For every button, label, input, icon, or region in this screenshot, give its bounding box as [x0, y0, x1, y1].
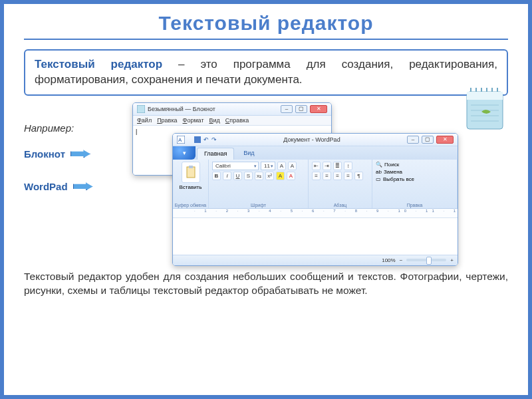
- close-button[interactable]: ✕: [310, 105, 327, 113]
- menu-help[interactable]: Справка: [225, 117, 249, 124]
- definition-box: Текстовый редактор – это программа для с…: [24, 49, 508, 96]
- grow-font-icon[interactable]: A: [277, 162, 286, 170]
- clipboard-icon: [186, 166, 196, 179]
- maximize-button[interactable]: ▢: [422, 136, 434, 144]
- highlight-icon[interactable]: A: [276, 172, 285, 180]
- menu-edit[interactable]: Правка: [157, 117, 177, 124]
- app-wordpad-label: WordPad: [24, 181, 120, 192]
- inc-indent-icon[interactable]: ⇥: [323, 162, 331, 170]
- footer-text: Текстовый редактор удобен для создания н…: [24, 270, 508, 298]
- bold-icon[interactable]: B: [212, 172, 221, 180]
- shrink-font-icon[interactable]: A: [288, 162, 297, 170]
- page-title: Текстовый редактор: [24, 12, 508, 40]
- find-label[interactable]: Поиск: [384, 162, 399, 168]
- svg-text:A: A: [178, 137, 182, 143]
- example-label: Например:: [24, 122, 120, 134]
- select-all-label[interactable]: Выбрать все: [383, 176, 414, 182]
- line-spacing-icon[interactable]: ↕: [344, 162, 352, 170]
- subscript-icon[interactable]: x₂: [255, 172, 263, 180]
- svg-rect-1: [467, 92, 503, 100]
- menu-view[interactable]: Вид: [209, 117, 220, 124]
- dec-indent-icon[interactable]: ⇤: [312, 162, 321, 170]
- arrow-icon: [70, 150, 90, 158]
- font-color-icon[interactable]: A: [287, 172, 295, 180]
- ribbon: Вставить Буфер обмена Calibri 11 A A B I: [173, 160, 458, 209]
- replace-label[interactable]: Замена: [384, 169, 402, 175]
- svg-rect-16: [187, 167, 195, 178]
- wordpad-app-icon: A: [177, 136, 185, 144]
- zoom-value: 100%: [382, 257, 395, 263]
- save-icon[interactable]: [194, 136, 201, 143]
- zoom-out-icon[interactable]: −: [400, 257, 403, 263]
- group-paragraph-label: Абзац: [309, 203, 372, 207]
- app-menu-button[interactable]: ▾: [173, 146, 196, 160]
- italic-icon[interactable]: I: [223, 172, 231, 180]
- font-size-combo[interactable]: 11: [261, 162, 275, 170]
- find-icon[interactable]: 🔍: [376, 162, 382, 168]
- align-right-icon[interactable]: ≡: [333, 172, 342, 180]
- undo-icon[interactable]: ↶: [203, 136, 209, 143]
- font-name-combo[interactable]: Calibri: [212, 162, 259, 170]
- minimize-button[interactable]: –: [407, 136, 419, 144]
- strike-icon[interactable]: S: [244, 172, 253, 180]
- superscript-icon[interactable]: x²: [265, 172, 274, 180]
- notepad-title: Безымянный — Блокнот: [148, 106, 215, 112]
- definition-term: Текстовый редактор: [35, 58, 162, 70]
- svg-rect-17: [189, 166, 193, 168]
- svg-rect-15: [194, 136, 201, 143]
- tab-view[interactable]: Вид: [237, 148, 261, 160]
- select-all-icon[interactable]: ▭: [376, 176, 381, 182]
- replace-icon[interactable]: ab: [376, 169, 382, 175]
- paste-label: Вставить: [180, 184, 202, 190]
- menu-file[interactable]: Файл: [137, 117, 152, 124]
- menu-format[interactable]: Формат: [183, 117, 204, 124]
- ruler: · 1 · 2 · 3 · 4 · 5 · 6 · 7 · 8 · 9 · 10…: [173, 209, 458, 218]
- wordpad-window: A ↶ ↷ Документ - WordPad – ▢ ✕ ▾ Главная…: [172, 133, 458, 266]
- align-left-icon[interactable]: ≡: [312, 172, 321, 180]
- underline-icon[interactable]: U: [233, 172, 242, 180]
- zoom-in-icon[interactable]: +: [450, 257, 454, 263]
- paste-button[interactable]: [182, 162, 200, 183]
- arrow-icon: [73, 182, 93, 190]
- redo-icon[interactable]: ↷: [211, 136, 217, 143]
- minimize-button[interactable]: –: [281, 105, 293, 113]
- notepad-menubar: Файл Правка Формат Вид Справка: [133, 116, 331, 126]
- screenshots-area: Безымянный — Блокнот – ▢ ✕ Файл Правка Ф…: [124, 102, 508, 269]
- group-editing-label: Правка: [372, 203, 457, 207]
- wordpad-title: Документ - WordPad: [219, 136, 404, 143]
- close-button[interactable]: ✕: [436, 136, 454, 144]
- maximize-button[interactable]: ▢: [295, 105, 307, 113]
- group-clipboard-label: Буфер обмена: [173, 203, 208, 207]
- svg-rect-12: [137, 105, 145, 113]
- bullets-icon[interactable]: ≣: [333, 162, 342, 170]
- paragraph-icon[interactable]: ¶: [354, 172, 363, 180]
- app-notepad-label: Блокнот: [24, 148, 120, 160]
- align-justify-icon[interactable]: ≡: [344, 172, 352, 180]
- align-center-icon[interactable]: ≡: [323, 172, 331, 180]
- group-font-label: Шрифт: [209, 203, 308, 207]
- status-bar: 100% − +: [173, 255, 458, 265]
- tab-home[interactable]: Главная: [197, 148, 234, 160]
- zoom-slider[interactable]: [406, 259, 446, 261]
- notepad-app-icon: [137, 105, 145, 113]
